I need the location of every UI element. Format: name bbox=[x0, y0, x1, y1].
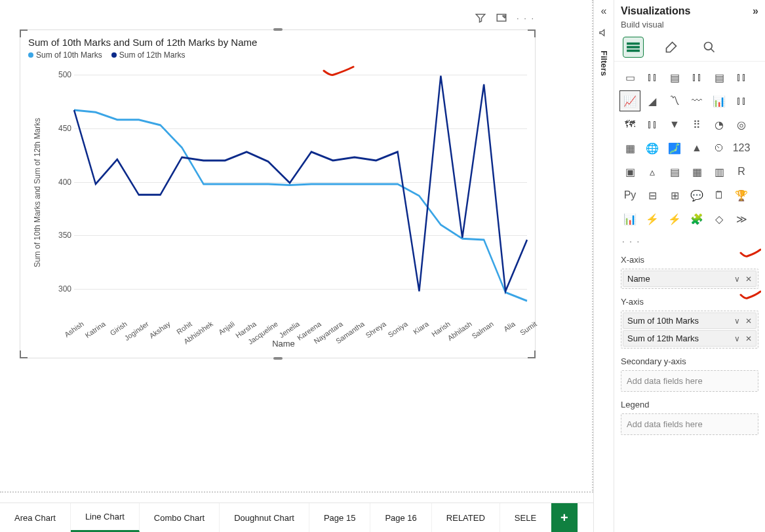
viz-type-icon[interactable]: ▦ bbox=[619, 138, 640, 159]
secondary-yaxis-label: Secondary y-axis bbox=[621, 356, 758, 366]
viz-type-icon[interactable]: ⏲ bbox=[709, 138, 730, 159]
chevron-down-icon[interactable]: ∨ bbox=[734, 316, 740, 326]
viz-type-icon[interactable]: ◢ bbox=[642, 90, 663, 111]
line-chart-visual[interactable]: · · · Sum of 10th Marks and Sum of 12th … bbox=[20, 29, 536, 358]
field-pill[interactable]: Sum of 10th Marks ∨✕ bbox=[623, 313, 756, 329]
legend-field-label: Legend bbox=[621, 400, 758, 409]
resize-handle-top[interactable] bbox=[273, 28, 283, 31]
viz-type-icon[interactable]: ◎ bbox=[731, 114, 752, 135]
viz-mode-tabs bbox=[614, 33, 765, 62]
viz-type-icon[interactable]: ⊞ bbox=[664, 185, 685, 206]
filters-pane-collapsed[interactable]: « Filters bbox=[593, 0, 614, 532]
viz-type-icon[interactable]: 🌐 bbox=[642, 138, 663, 159]
chevron-down-icon[interactable]: ∨ bbox=[734, 334, 740, 343]
viz-type-icon[interactable]: ▣ bbox=[619, 161, 640, 182]
resize-handle-tr[interactable] bbox=[528, 29, 536, 37]
viz-type-icon[interactable]: ⫿⫿ bbox=[686, 67, 707, 88]
legend-section: Legend Add data fields here bbox=[614, 394, 765, 438]
viz-type-icon[interactable]: ◇ bbox=[709, 208, 730, 229]
chart-plot-area: Sum of 10th Marks and Sum of 12th Marks … bbox=[40, 75, 527, 311]
page-tab[interactable]: Doughnut Chart bbox=[220, 503, 309, 532]
viz-type-icon[interactable]: ⚡ bbox=[664, 208, 685, 229]
viz-type-icon[interactable]: ⫿⫿ bbox=[642, 67, 663, 88]
viz-type-icon[interactable]: ▤ bbox=[664, 161, 685, 182]
resize-handle-tl[interactable] bbox=[20, 29, 28, 37]
viz-type-icon[interactable]: Py bbox=[619, 185, 640, 206]
page-tab[interactable]: Page 16 bbox=[370, 503, 431, 532]
viz-type-icon[interactable]: ≫ bbox=[731, 208, 752, 229]
viz-type-icon[interactable]: 〽 bbox=[664, 90, 685, 111]
viz-type-icon[interactable]: ⊟ bbox=[642, 185, 663, 206]
more-options-icon[interactable]: · · · bbox=[517, 12, 535, 24]
focus-mode-icon[interactable] bbox=[496, 12, 507, 24]
page-tab[interactable]: Combo Chart bbox=[140, 503, 220, 532]
xaxis-well[interactable]: Name ∨✕ bbox=[621, 269, 758, 289]
report-canvas[interactable]: · · · Sum of 10th Marks and Sum of 12th … bbox=[0, 0, 593, 493]
viz-type-icon[interactable]: ⫿⫿ bbox=[642, 114, 663, 135]
remove-icon[interactable]: ✕ bbox=[745, 334, 752, 343]
secondary-yaxis-well[interactable]: Add data fields here bbox=[621, 370, 758, 392]
build-visual-tab[interactable] bbox=[623, 37, 643, 57]
viz-type-icon[interactable]: 〰 bbox=[686, 90, 707, 111]
plot-svg-container bbox=[74, 75, 527, 311]
field-pill[interactable]: Name ∨✕ bbox=[623, 271, 756, 287]
viz-type-icon[interactable]: ▲ bbox=[686, 138, 707, 159]
page-tab[interactable]: Area Chart bbox=[0, 503, 71, 532]
announce-icon[interactable] bbox=[598, 28, 609, 40]
viz-type-icon[interactable]: ▵ bbox=[642, 161, 663, 182]
annotation-checkmark bbox=[322, 64, 355, 79]
viz-type-icon[interactable]: 📊 bbox=[709, 90, 730, 111]
svg-rect-1 bbox=[627, 43, 640, 45]
resize-handle-br[interactable] bbox=[528, 351, 536, 358]
viz-type-icon[interactable]: 📊 bbox=[619, 208, 640, 229]
legend-item: Sum of 10th Marks bbox=[28, 50, 102, 60]
page-tab[interactable]: SELE bbox=[500, 503, 551, 532]
viz-type-icon[interactable]: ▤ bbox=[709, 67, 730, 88]
resize-handle-bl[interactable] bbox=[20, 351, 28, 358]
page-tab[interactable]: RELATED bbox=[432, 503, 500, 532]
viz-type-icon[interactable]: 📈 bbox=[619, 90, 640, 111]
viz-type-icon[interactable]: ◔ bbox=[709, 114, 730, 135]
y-tick: 450 bbox=[40, 124, 71, 133]
viz-type-icon[interactable]: ▤ bbox=[664, 67, 685, 88]
format-visual-tab[interactable] bbox=[661, 37, 681, 57]
resize-handle-bottom[interactable] bbox=[273, 357, 283, 360]
viz-type-icon[interactable]: R bbox=[731, 161, 752, 182]
analytics-tab[interactable] bbox=[699, 37, 719, 57]
well-placeholder: Add data fields here bbox=[621, 414, 758, 434]
remove-icon[interactable]: ✕ bbox=[745, 275, 752, 284]
collapse-icon[interactable]: « bbox=[601, 5, 607, 17]
page-tab[interactable]: Page 15 bbox=[309, 503, 370, 532]
viz-type-icon[interactable]: ▼ bbox=[664, 114, 685, 135]
viz-type-icon[interactable]: ⠿ bbox=[686, 114, 707, 135]
legend-well[interactable]: Add data fields here bbox=[621, 413, 758, 435]
viz-type-icon[interactable]: ▭ bbox=[619, 67, 640, 88]
viz-type-icon[interactable]: 💬 bbox=[686, 185, 707, 206]
field-pill[interactable]: Sum of 12th Marks ∨✕ bbox=[623, 330, 756, 347]
page-tab[interactable]: Line Chart bbox=[71, 503, 140, 532]
viz-type-icon[interactable]: ⚡ bbox=[642, 208, 663, 229]
y-tick: 350 bbox=[40, 231, 71, 240]
viz-type-icon[interactable]: 🧩 bbox=[686, 208, 707, 229]
build-visual-label: Build visual bbox=[614, 20, 765, 33]
yaxis-well[interactable]: Sum of 10th Marks ∨✕ Sum of 12th Marks ∨… bbox=[621, 311, 758, 349]
viz-type-icon[interactable]: 123 bbox=[731, 138, 752, 159]
viz-type-icon[interactable]: 🗺 bbox=[619, 114, 640, 135]
yaxis-label: Y-axis bbox=[621, 297, 758, 307]
add-page-button[interactable]: + bbox=[551, 503, 578, 532]
viz-type-icon[interactable]: ▥ bbox=[709, 161, 730, 182]
remove-icon[interactable]: ✕ bbox=[745, 316, 752, 326]
yaxis-section: Y-axis Sum of 10th Marks ∨✕ Sum of 12th … bbox=[614, 292, 765, 351]
viz-type-icon[interactable]: ⫿⫿ bbox=[731, 67, 752, 88]
chevron-down-icon[interactable]: ∨ bbox=[734, 275, 740, 284]
viz-type-icon[interactable]: 🗒 bbox=[709, 185, 730, 206]
viz-type-icon[interactable]: 🗾 bbox=[664, 138, 685, 159]
viz-type-icon[interactable]: 🏆 bbox=[731, 185, 752, 206]
filter-icon[interactable] bbox=[475, 12, 486, 24]
viz-type-icon[interactable]: ⫿⫿ bbox=[731, 90, 752, 111]
expand-icon[interactable]: » bbox=[753, 5, 758, 17]
y-tick: 500 bbox=[40, 70, 71, 79]
report-canvas-area: · · · Sum of 10th Marks and Sum of 12th … bbox=[0, 0, 593, 532]
viz-type-icon[interactable]: ▦ bbox=[686, 161, 707, 182]
visualizations-pane: Visualizations » Build visual ▭⫿⫿▤⫿⫿▤⫿⫿📈… bbox=[614, 0, 765, 532]
